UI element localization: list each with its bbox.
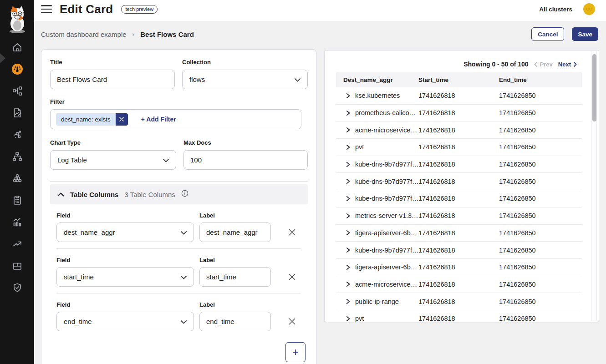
- expand-row-icon: [346, 127, 351, 133]
- save-button[interactable]: Save: [572, 27, 598, 41]
- field-select[interactable]: start_time: [56, 267, 194, 287]
- table-row[interactable]: kube-dns-9b7d977f…17416268181741626850: [336, 190, 582, 207]
- table-row[interactable]: metrics-server-v1.3…17416268181741626850: [336, 207, 582, 225]
- info-icon[interactable]: [181, 190, 188, 199]
- chevron-right-icon: ›: [132, 30, 135, 38]
- expand-row-icon: [346, 298, 351, 304]
- table-column-row: Field Label end_time: [50, 293, 308, 331]
- label-input[interactable]: [199, 267, 271, 287]
- label-label: Label: [199, 257, 271, 263]
- pagination: Showing 0 - 50 of 100 Prev Next: [463, 61, 577, 68]
- title-label: Title: [50, 59, 175, 66]
- filter-box: dest_name: exists + Add Filter: [50, 109, 301, 129]
- remove-column-icon[interactable]: [288, 273, 296, 281]
- field-select[interactable]: end_time: [56, 312, 194, 331]
- column-header: Dest_name_aggr: [343, 76, 418, 83]
- expand-row-icon: [346, 281, 351, 287]
- field-label: Field: [56, 301, 194, 308]
- table-row[interactable]: kube-dns-9b7d977f…17416268181741626850: [336, 242, 582, 259]
- avatar[interactable]: CC: [583, 3, 595, 15]
- page-title: Edit Card: [60, 2, 113, 16]
- add-filter-button[interactable]: + Add Filter: [141, 116, 176, 123]
- chevron-down-icon: [295, 76, 300, 83]
- top-bar: Edit Card tech preview All clusters CC: [34, 0, 606, 21]
- prev-button[interactable]: Prev: [534, 61, 553, 68]
- tech-preview-badge: tech preview: [121, 5, 158, 14]
- label-input[interactable]: [199, 222, 271, 242]
- expand-row-icon: [346, 178, 351, 184]
- table-row[interactable]: acme-microservice…17416268181741626850: [336, 276, 582, 293]
- sidebar-item-clusters[interactable]: [0, 168, 34, 190]
- breadcrumb-row: Custom dashboard example › Best Flows Ca…: [41, 27, 598, 41]
- table-row[interactable]: kse.kubernetes17416268181741626850: [336, 87, 582, 105]
- sidebar-item-metrics[interactable]: [0, 212, 34, 234]
- trend-arrow-icon: [12, 238, 23, 251]
- edit-card-form: Title Collection flows Filter dest_name:…: [41, 49, 316, 364]
- sidebar-item-network-tree[interactable]: [0, 147, 34, 168]
- sidebar-item-packages[interactable]: [0, 256, 34, 278]
- collection-select[interactable]: flows: [182, 70, 308, 89]
- next-button[interactable]: Next: [558, 61, 577, 68]
- table-columns-section-header[interactable]: Table Columns 3 Table Columns: [50, 184, 308, 204]
- remove-column-icon[interactable]: [288, 318, 296, 325]
- filter-chip: dest_name: exists: [56, 113, 128, 126]
- breadcrumb-current: Best Flows Card: [140, 30, 194, 38]
- remove-column-icon[interactable]: [288, 228, 296, 236]
- table-row[interactable]: prometheus-calico…17416268181741626850: [336, 105, 582, 122]
- table-scrollbar-track[interactable]: [591, 51, 597, 321]
- cluster-selector[interactable]: All clusters: [539, 6, 572, 13]
- column-header: Start_time: [418, 76, 499, 83]
- add-column-button[interactable]: +: [285, 342, 306, 362]
- table-row[interactable]: acme-microservice…17416268181741626850: [336, 121, 582, 139]
- hamburger-menu-icon[interactable]: [41, 5, 52, 13]
- field-select[interactable]: dest_name_aggr: [56, 222, 194, 242]
- sidebar-item-reports[interactable]: [0, 103, 34, 125]
- sidebar-item-home[interactable]: [0, 37, 34, 59]
- sidebar-item-security[interactable]: [0, 278, 34, 299]
- chevron-down-icon: [163, 156, 169, 164]
- sidebar-item-dashboards[interactable]: [0, 59, 34, 81]
- chevron-down-icon: [181, 273, 187, 281]
- shield-check-icon: [12, 282, 23, 295]
- cancel-button[interactable]: Cancel: [531, 27, 564, 41]
- field-label: Field: [56, 212, 194, 219]
- chevron-up-icon[interactable]: [57, 190, 64, 198]
- sidebar-item-service-graph[interactable]: [0, 81, 34, 103]
- table-row[interactable]: tigera-apiserver-6b…17416268181741626850: [336, 259, 582, 276]
- table-scrollbar-thumb[interactable]: [592, 54, 596, 121]
- results-table: Dest_name_aggr Start_time End_time kse.k…: [336, 72, 582, 322]
- main-content: Custom dashboard example › Best Flows Ca…: [34, 21, 606, 364]
- max-docs-label: Max Docs: [183, 139, 308, 146]
- calico-cat-logo: [6, 2, 28, 37]
- section-count: 3 Table Columns: [124, 191, 175, 198]
- label-input[interactable]: [199, 312, 271, 331]
- chart-type-label: Chart Type: [50, 139, 176, 146]
- table-row[interactable]: tigera-apiserver-6b…17416268181741626850: [336, 225, 582, 242]
- filter-chip-text: dest_name: exists: [56, 113, 116, 126]
- title-input[interactable]: [50, 70, 175, 89]
- pagination-showing: Showing 0 - 50 of 100: [463, 61, 528, 68]
- service-graph-icon: [12, 86, 23, 98]
- table-row[interactable]: public-ip-range17416268181741626850: [336, 293, 582, 310]
- max-docs-input[interactable]: [183, 150, 308, 170]
- collection-label: Collection: [182, 59, 308, 66]
- table-row[interactable]: kube-dns-9b7d977f…17416268181741626850: [336, 156, 582, 173]
- sidebar-item-policies[interactable]: [0, 190, 34, 212]
- graph-nodes-icon: [12, 129, 23, 142]
- table-row[interactable]: kube-dns-9b7d977f…17416268181741626850: [336, 173, 582, 190]
- sidebar: [0, 0, 34, 364]
- sidebar-item-trends[interactable]: [0, 234, 34, 256]
- sidebar-item-graph[interactable]: [0, 125, 34, 147]
- clipboard-list-icon: [12, 195, 23, 207]
- table-row[interactable]: pvt17416268181741626850: [336, 310, 582, 322]
- table-row[interactable]: pvt17416268181741626850: [336, 139, 582, 156]
- expand-row-icon: [346, 110, 351, 116]
- network-tree-icon: [12, 151, 23, 164]
- breadcrumb-parent[interactable]: Custom dashboard example: [41, 30, 127, 38]
- table-column-row: Field Label start_time: [50, 249, 308, 287]
- chart-type-select[interactable]: Log Table: [50, 150, 176, 170]
- honeycomb-cluster-icon: [12, 173, 23, 186]
- divider: [50, 181, 308, 182]
- filter-chip-remove-icon[interactable]: [116, 113, 128, 126]
- section-title: Table Columns: [70, 191, 118, 198]
